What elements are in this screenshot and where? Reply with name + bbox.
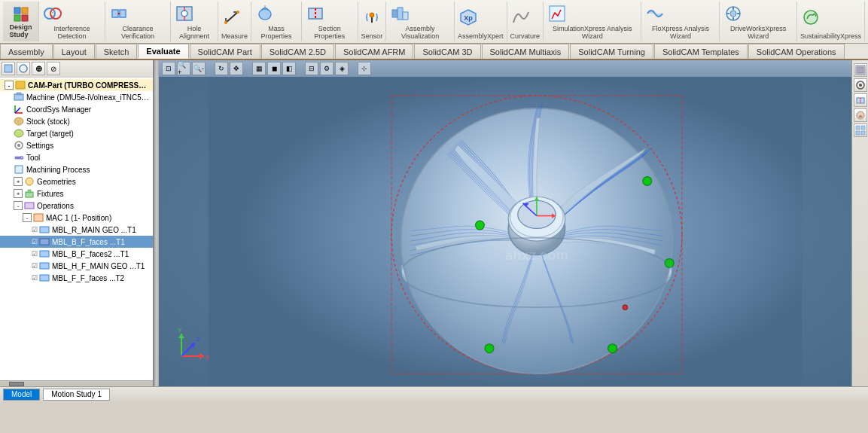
shaded-wireframe-button[interactable]: ◧ [282, 62, 296, 75]
lp-scroll-thumb[interactable] [9, 382, 24, 386]
lp-hscroll[interactable] [0, 380, 153, 386]
tree-container[interactable]: - CAM-Part (TURBO COMPRESSOR WHEEL) Mach… [0, 78, 153, 380]
tree-item-op5[interactable]: ☑ MBL_F_F_faces ...T2 [0, 272, 153, 284]
svg-point-80 [608, 344, 617, 353]
design-study-button[interactable]: DesignStudy [3, 2, 39, 41]
appearance-button[interactable] [854, 108, 867, 122]
fixtures-expander[interactable]: + [14, 189, 23, 198]
display-settings-button[interactable] [854, 63, 867, 77]
tree-item-machining[interactable]: Machining Process [0, 163, 153, 175]
op2-label: MBL_B_F_faces ...T1 [52, 238, 125, 246]
tree-item-geometries[interactable]: + Geometries [0, 175, 153, 188]
drivexpress-button[interactable] [723, 3, 744, 24]
tree-item-target[interactable]: Target (target) [0, 127, 153, 139]
section-planes-button[interactable] [854, 93, 867, 107]
curvature-button[interactable] [510, 7, 531, 28]
op3-check: ☑ [32, 250, 38, 258]
assembly-visualization-button[interactable] [389, 3, 410, 24]
svg-rect-51 [28, 190, 31, 193]
zoom-in-button[interactable]: 🔍+ [177, 62, 190, 75]
tree-item-machine[interactable]: Machine (DMU5e-iVolneax_iTNC530_SX-Si [0, 91, 153, 103]
view-palette-button[interactable] [854, 123, 867, 137]
section-view-button[interactable]: ⊟ [305, 62, 318, 75]
sensor-button[interactable] [361, 7, 382, 28]
tree-item-tool[interactable]: Tool [0, 151, 153, 163]
lp-btn-3[interactable]: ⊕ [32, 62, 45, 75]
svg-rect-36 [16, 81, 25, 89]
zoom-fit-button[interactable]: ⊡ [162, 62, 175, 75]
hide-show-button[interactable] [854, 78, 867, 92]
view-settings-button[interactable]: ⚙ [320, 62, 333, 75]
zoom-out-button[interactable]: 🔍- [192, 62, 206, 75]
status-tab-motion[interactable]: Motion Study 1 [43, 389, 110, 401]
interference-detection-button[interactable] [42, 3, 63, 24]
tree-item-mac1[interactable]: - MAC 1 (1- Position) [0, 212, 153, 224]
tree-item-operations[interactable]: - Operations [0, 200, 153, 212]
tree-item-coordsys[interactable]: CoordSys Manager [0, 103, 153, 115]
tab-solidcam-templates[interactable]: SolidCAM Templates [654, 44, 748, 59]
tree-item-fixtures[interactable]: + Fixtures [0, 188, 153, 200]
tab-solidcam-afrm[interactable]: SolidCAM AFRM [335, 44, 414, 59]
tab-evaluate[interactable]: Evaluate [138, 44, 188, 59]
section-properties-button[interactable] [305, 3, 326, 24]
tree-item-stock[interactable]: Stock (stock) [0, 115, 153, 127]
svg-point-83 [623, 305, 628, 310]
svg-point-81 [665, 259, 674, 268]
svg-point-16 [236, 11, 239, 14]
svg-rect-56 [40, 251, 49, 257]
mac1-expander[interactable]: - [23, 213, 32, 222]
clearance-verification-button[interactable] [108, 3, 129, 24]
target-icon [14, 128, 24, 139]
lp-btn-4[interactable]: ⊘ [47, 62, 60, 75]
display-mode-button[interactable]: ◈ [335, 62, 349, 75]
section-group: Section Properties [302, 2, 358, 41]
sustainxpress-button[interactable] [800, 7, 821, 28]
hole-label: Hole Alignment [174, 24, 215, 40]
measure-button[interactable] [221, 7, 242, 28]
tree-item-settings[interactable]: Settings [0, 139, 153, 151]
interference-icons [42, 3, 102, 24]
mass-properties-button[interactable] [254, 3, 276, 24]
tab-solidcam-turning[interactable]: SolidCAM Turning [570, 44, 653, 59]
assemblyxpert-button[interactable]: Xp [458, 7, 479, 28]
tab-assembly[interactable]: Assembly [0, 44, 53, 59]
tab-sketch[interactable]: Sketch [96, 44, 138, 59]
svg-rect-105 [861, 131, 865, 135]
svg-point-33 [804, 11, 818, 24]
mac1-label: MAC 1 (1- Position) [46, 214, 111, 222]
tree-item-op3[interactable]: ☑ MBL_B_F_faces2 ...T1 [0, 248, 153, 260]
tree-item-op2[interactable]: ☑ MBL_B_F_faces ...T1 [0, 236, 153, 248]
drivexpress-icons [723, 3, 793, 24]
assemblyxpert-group: Xp AssemblyXpert [455, 2, 507, 41]
tree-item-cam-part[interactable]: - CAM-Part (TURBO COMPRESSOR WHEEL) [0, 79, 153, 91]
viewport[interactable]: ⊡ 🔍+ 🔍- ↻ ✥ ▦ ◼ ◧ ⊟ ⚙ ◈ ⊹ [159, 60, 851, 386]
wireframe-button[interactable]: ▦ [252, 62, 266, 75]
lp-btn-1[interactable] [2, 62, 15, 75]
geometries-expander[interactable]: + [14, 177, 23, 186]
tab-solidcam-3d[interactable]: SolidCAM 3D [414, 44, 480, 59]
sensor-label: Sensor [361, 32, 383, 40]
op1-label: MBL_R_MAIN GEO ...T1 [52, 226, 136, 234]
cam-part-expander[interactable]: - [5, 81, 14, 90]
tab-solidcam-part[interactable]: SolidCAM Part [190, 44, 260, 59]
operations-expander[interactable]: - [14, 201, 23, 210]
rotate-button[interactable]: ↻ [215, 62, 228, 75]
pan-button[interactable]: ✥ [230, 62, 243, 75]
tab-solidcam-operations[interactable]: SolidCAM Operations [748, 44, 845, 59]
tab-solidcam-multiaxis[interactable]: SolidCAM Multiaxis [482, 44, 570, 59]
floxpress-button[interactable] [644, 3, 665, 24]
view-orient-button[interactable]: ⊹ [358, 62, 371, 75]
tree-item-op4[interactable]: ☑ MBL_H_F_MAIN GEO ...T1 [0, 260, 153, 272]
curvature-group: Curvature [507, 2, 544, 41]
geometries-icon [24, 176, 35, 187]
tab-layout[interactable]: Layout [53, 44, 95, 59]
lp-btn-2[interactable] [17, 62, 30, 75]
hole-alignment-button[interactable] [174, 3, 195, 24]
svg-rect-3 [22, 15, 28, 21]
tab-solidcam-2d[interactable]: SolidCAM 2.5D [261, 44, 334, 59]
simxpress-button[interactable] [547, 3, 568, 24]
op4-check: ☑ [32, 262, 38, 270]
status-tab-model[interactable]: Model [3, 389, 40, 401]
tree-item-op1[interactable]: ☑ MBL_R_MAIN GEO ...T1 [0, 224, 153, 236]
shaded-button[interactable]: ◼ [267, 62, 281, 75]
